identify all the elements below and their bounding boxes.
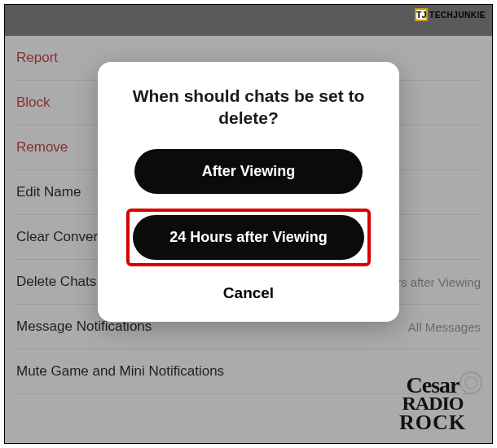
highlight-annotation: 24 Hours after Viewing	[126, 209, 371, 266]
techjunkie-icon: TJ	[415, 8, 428, 21]
watermark-swirl-icon	[460, 371, 482, 394]
cesar-radio-rock-watermark: Cesar RADIO ROCK	[399, 375, 466, 432]
watermark-line3: ROCK	[399, 413, 466, 432]
modal-title: When should chats be set to delete?	[116, 85, 381, 130]
cancel-button[interactable]: Cancel	[207, 279, 290, 307]
delete-chats-modal: When should chats be set to delete? Afte…	[98, 62, 399, 322]
techjunkie-text: TECHJUNKIE	[429, 11, 486, 20]
option-after-viewing-button[interactable]: After Viewing	[134, 149, 363, 194]
techjunkie-badge: TJ TECHJUNKIE	[415, 8, 486, 21]
option-24h-after-viewing-button[interactable]: 24 Hours after Viewing	[133, 215, 364, 260]
